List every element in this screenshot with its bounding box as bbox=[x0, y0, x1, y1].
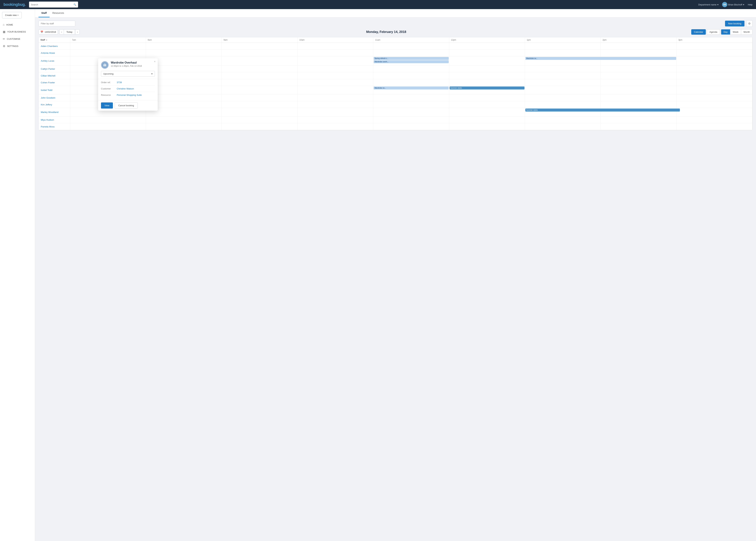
calendar-view-button[interactable]: Calendar bbox=[691, 29, 706, 35]
filter-staff-input[interactable] bbox=[39, 21, 75, 26]
order-ref-value[interactable]: 3739 bbox=[117, 81, 122, 84]
sidebar-item-home[interactable]: ⌂ HOME bbox=[0, 21, 35, 28]
table-row: Antonia Howe bbox=[39, 50, 752, 56]
customer-value[interactable]: Christine Watson bbox=[117, 87, 134, 90]
event-summer-styles-isobel[interactable]: Summer styles bbox=[450, 87, 525, 90]
prev-date-button[interactable]: ‹ bbox=[59, 29, 64, 35]
popup-close-button[interactable]: × bbox=[154, 60, 155, 63]
time-cell bbox=[373, 101, 449, 108]
time-cell bbox=[601, 79, 676, 86]
time-cell bbox=[525, 79, 601, 86]
event-wardrobe-overh[interactable]: Wardrobe overh... bbox=[374, 60, 448, 63]
time-cell-11am-ashley: Spring refresh c... Wardrobe overh... bbox=[373, 56, 449, 65]
time-cell bbox=[601, 86, 676, 94]
gear-icon: ⚙ bbox=[748, 22, 751, 25]
resource-value[interactable]: Personal Shopping Suite bbox=[117, 94, 142, 96]
time-cell bbox=[449, 123, 525, 130]
staff-name-antonia-howe[interactable]: Antonia Howe bbox=[39, 50, 70, 56]
tabs-bar: Staff Resources bbox=[35, 9, 756, 18]
today-button[interactable]: Today bbox=[64, 29, 75, 35]
time-cell bbox=[373, 94, 449, 101]
calendar-area: New booking ⚙ 📅 14/02/2018 ‹ Today › Mon bbox=[35, 18, 756, 133]
view-controls: Calendar Agenda Day Week Month bbox=[691, 29, 752, 35]
time-cell bbox=[601, 72, 676, 79]
time-cell bbox=[449, 101, 525, 108]
staff-name-aiden-chambers[interactable]: Aiden Chambers bbox=[39, 43, 70, 49]
date-picker[interactable]: 📅 14/02/2018 bbox=[39, 29, 58, 35]
time-header-2pm: 2pm bbox=[601, 37, 676, 43]
next-date-button[interactable]: › bbox=[75, 29, 80, 35]
staff-name-isobel-todd[interactable]: Isobel Todd bbox=[39, 86, 70, 94]
time-cell bbox=[373, 66, 449, 72]
search-input[interactable] bbox=[31, 3, 74, 6]
staff-col-header[interactable]: Staff ▾ bbox=[39, 37, 70, 43]
toolbar-right: New booking ⚙ bbox=[725, 20, 752, 27]
time-cell bbox=[222, 50, 298, 56]
time-cell bbox=[525, 66, 601, 72]
event-wardrobe-ov-isobel[interactable]: Wardrobe ov... bbox=[374, 87, 448, 90]
time-cell bbox=[601, 123, 676, 130]
cancel-booking-button[interactable]: Cancel booking bbox=[115, 102, 138, 109]
time-cell bbox=[676, 50, 752, 56]
sidebar-item-settings[interactable]: ⚙ SETTINGS bbox=[0, 43, 35, 50]
time-cell bbox=[70, 50, 146, 56]
popup-thumbnail bbox=[101, 61, 109, 69]
time-header-3pm: 3pm bbox=[676, 37, 752, 43]
time-cell bbox=[525, 50, 601, 56]
sidebar-item-customise[interactable]: ✏ CUSTOMISE bbox=[0, 35, 35, 43]
week-view-button[interactable]: Week bbox=[730, 29, 741, 35]
time-cell-12pm-isobel: Summer styles bbox=[449, 86, 525, 94]
time-cell bbox=[449, 43, 525, 49]
day-view-button[interactable]: Day bbox=[721, 29, 730, 35]
staff-name-caitlyn-parker[interactable]: Caitlyn Parker bbox=[39, 66, 70, 72]
time-cell bbox=[449, 94, 525, 101]
status-dropdown[interactable]: Upcoming ▾ bbox=[101, 71, 155, 77]
time-cell bbox=[449, 79, 525, 86]
time-cell bbox=[222, 66, 298, 72]
staff-name-cillian-mitchell[interactable]: Cillian Mitchell bbox=[39, 72, 70, 79]
settings-gear-button[interactable]: ⚙ bbox=[746, 20, 752, 27]
department-selector[interactable]: Department name ▾ bbox=[698, 3, 719, 6]
date-nav-arrows: ‹ Today › bbox=[59, 29, 80, 35]
staff-name-cohen-fowler[interactable]: Cohen Fowler bbox=[39, 79, 70, 86]
sidebar-item-your-business[interactable]: ▦ YOUR BUSINESS bbox=[0, 28, 35, 35]
time-cell bbox=[676, 72, 752, 79]
time-header-8am: 8am bbox=[146, 37, 222, 43]
view-booking-button[interactable]: View bbox=[101, 102, 113, 109]
time-cell bbox=[449, 117, 525, 123]
time-cell bbox=[222, 101, 298, 108]
brand-logo: bookingbug. bbox=[4, 2, 26, 7]
month-view-button[interactable]: Month bbox=[741, 29, 752, 35]
time-cell bbox=[601, 66, 676, 72]
time-cell bbox=[298, 108, 373, 116]
create-new-button[interactable]: Create new + bbox=[2, 12, 22, 18]
time-cell bbox=[601, 117, 676, 123]
event-wardrobe-overhaul-wide[interactable]: Wardrobe ov... bbox=[525, 57, 676, 60]
customise-icon: ✏ bbox=[3, 37, 5, 41]
staff-name-john-goodwin[interactable]: John Goodwin bbox=[39, 94, 70, 101]
home-icon: ⌂ bbox=[3, 23, 5, 26]
search-box[interactable]: 🔍 bbox=[29, 2, 78, 8]
agenda-view-button[interactable]: Agenda bbox=[707, 29, 720, 35]
avatar: BB bbox=[722, 2, 727, 7]
tab-staff[interactable]: Staff bbox=[39, 9, 50, 17]
staff-name-marley-woodland[interactable]: Marley Woodland bbox=[39, 108, 70, 116]
new-booking-button[interactable]: New booking bbox=[725, 21, 744, 26]
time-cell-1pm-marley: Summer styles bbox=[525, 108, 601, 116]
time-cell bbox=[601, 50, 676, 56]
staff-name-ashley-lucas[interactable]: Ashley Lucas bbox=[39, 56, 70, 65]
time-cell bbox=[298, 43, 373, 49]
user-selector[interactable]: BB Brian Bischoff ▾ bbox=[722, 2, 744, 7]
time-header-10am: 10am bbox=[298, 37, 373, 43]
staff-name-kim-jeffery[interactable]: Kim Jeffery bbox=[39, 101, 70, 108]
top-navigation: bookingbug. 🔍 Department name ▾ BB Brian… bbox=[0, 0, 756, 9]
time-header-7am: 7am bbox=[70, 37, 146, 43]
staff-name-pamela-moss[interactable]: Pamela Moss bbox=[39, 123, 70, 130]
tab-resources[interactable]: Resources bbox=[50, 9, 67, 17]
event-spring-refresh[interactable]: Spring refresh c... bbox=[374, 57, 448, 60]
staff-name-miya-hudson[interactable]: Miya Hudson bbox=[39, 117, 70, 123]
help-link[interactable]: Help bbox=[748, 3, 752, 6]
event-summer-styles-marley[interactable]: Summer styles bbox=[525, 109, 680, 112]
time-cell bbox=[222, 123, 298, 130]
time-cell bbox=[449, 72, 525, 79]
